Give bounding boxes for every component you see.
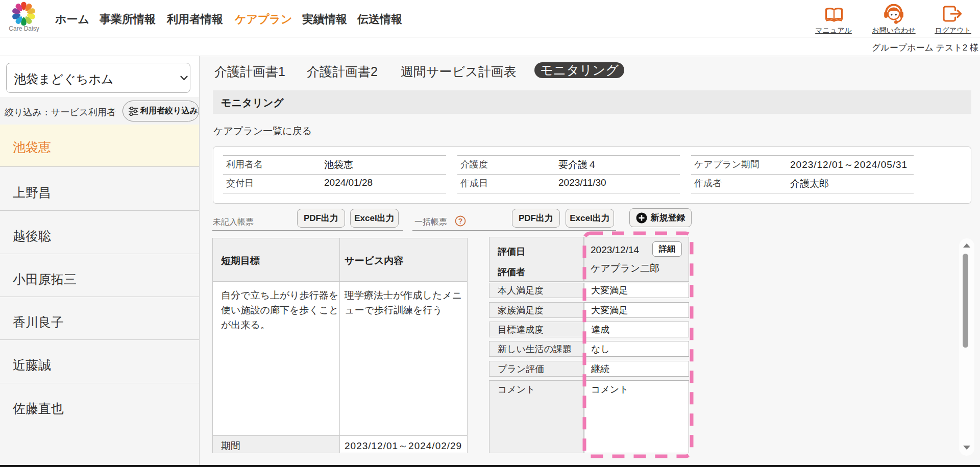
svg-text:?: ?	[458, 217, 463, 225]
svg-text:Care Daisy: Care Daisy	[9, 25, 39, 32]
